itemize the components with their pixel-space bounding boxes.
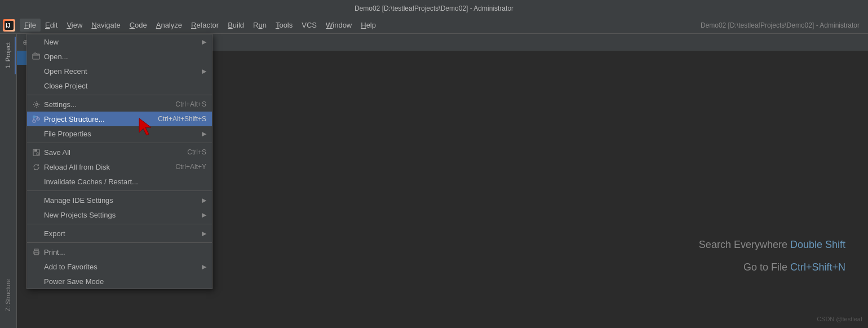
menu-item-power-save-mode[interactable]: Power Save Mode	[27, 274, 212, 289]
print-icon	[32, 247, 41, 256]
separator-3	[27, 190, 212, 191]
settings-icon	[32, 100, 41, 109]
menu-item-reload-all-label: Reload All from Disk	[44, 163, 164, 171]
export-arrow-icon: ▶	[202, 230, 206, 237]
menu-item-open[interactable]: Open...	[27, 49, 212, 64]
menu-vcs[interactable]: VCS	[297, 19, 321, 32]
menu-item-save-all-shortcut: Ctrl+S	[187, 148, 206, 156]
menu-item-new[interactable]: New ▶	[27, 34, 212, 49]
menu-file[interactable]: File	[20, 19, 41, 32]
svg-rect-12	[37, 153, 39, 155]
file-dropdown: New ▶ Open... Open Recent ▶ Close Projec…	[26, 34, 212, 289]
menu-item-file-properties-label: File Properties	[44, 130, 202, 138]
menu-item-add-to-favorites-label: Add to Favorites	[44, 263, 202, 271]
reload-icon	[32, 162, 41, 171]
menu-item-settings[interactable]: Settings... Ctrl+Alt+S	[27, 97, 212, 112]
menu-item-print[interactable]: Print...	[27, 245, 212, 259]
menu-item-project-structure-label: Project Structure...	[44, 115, 147, 123]
title-bar: Demo02 [D:\testleafProjects\Demo02] - Ad…	[0, 0, 868, 17]
app-logo: IJ	[3, 19, 15, 32]
menu-edit[interactable]: Edit	[41, 19, 62, 32]
sidebar-tab-project[interactable]: 1: Project	[1, 37, 16, 74]
menu-item-power-save-mode-label: Power Save Mode	[44, 277, 206, 286]
separator-4	[27, 224, 212, 224]
info-panel: Search Everywhere Double Shift Go to Fil…	[699, 238, 845, 283]
svg-rect-14	[34, 249, 38, 251]
power-save-icon	[32, 277, 41, 286]
goto-file-hint: Go to File Ctrl+Shift+N	[699, 260, 845, 274]
goto-file-shortcut: Ctrl+Shift+N	[790, 261, 845, 273]
menu-item-open-recent-label: Open Recent	[44, 67, 202, 76]
menu-item-new-projects-settings-label: New Projects Settings	[44, 211, 202, 219]
menu-item-new-label: New	[44, 38, 202, 46]
menu-item-settings-shortcut: Ctrl+Alt+S	[175, 100, 206, 108]
menu-item-new-projects-settings[interactable]: New Projects Settings ▶	[27, 207, 212, 222]
separator-5	[27, 242, 212, 243]
menu-item-close-project[interactable]: Close Project	[27, 78, 212, 93]
svg-rect-11	[34, 149, 37, 152]
menu-item-settings-label: Settings...	[44, 100, 164, 109]
search-everywhere-label: Search Everywhere	[699, 239, 790, 250]
menu-window[interactable]: Window	[321, 19, 356, 32]
menu-bar: IJ File Edit View Navigate Code Analyze …	[0, 17, 868, 34]
export-icon	[32, 229, 41, 238]
menu-navigate[interactable]: Navigate	[87, 19, 125, 32]
menu-item-export[interactable]: Export ▶	[27, 226, 212, 241]
menu-item-open-label: Open...	[44, 52, 206, 61]
svg-rect-2	[33, 54, 39, 59]
manage-ide-arrow-icon: ▶	[202, 197, 206, 204]
menu-item-invalidate-caches-label: Invalidate Caches / Restart...	[44, 178, 206, 186]
menu-item-export-label: Export	[44, 229, 202, 238]
file-properties-arrow-icon: ▶	[202, 130, 206, 138]
window-title: Demo02 [D:\testleafProjects\Demo02] - Ad…	[701, 21, 860, 29]
menu-item-project-structure-shortcut: Ctrl+Alt+Shift+S	[158, 115, 206, 123]
menu-view[interactable]: View	[62, 19, 87, 32]
add-to-favorites-icon	[32, 262, 41, 271]
menu-item-invalidate-caches[interactable]: Invalidate Caches / Restart...	[27, 174, 212, 189]
new-arrow-icon: ▶	[202, 38, 206, 46]
menu-item-print-label: Print...	[44, 248, 206, 256]
open-recent-icon	[32, 67, 41, 76]
open-icon	[32, 52, 41, 61]
title-bar-title: Demo02 [D:\testleafProjects\Demo02] - Ad…	[355, 5, 513, 12]
menu-item-add-to-favorites[interactable]: Add to Favorites ▶	[27, 259, 212, 274]
project-structure-icon	[32, 114, 41, 123]
new-icon	[32, 37, 41, 46]
new-projects-settings-arrow-icon: ▶	[202, 211, 206, 219]
menu-item-file-properties[interactable]: File Properties ▶	[27, 126, 212, 141]
menu-help[interactable]: Help	[356, 19, 380, 32]
menu-item-open-recent[interactable]: Open Recent ▶	[27, 64, 212, 78]
menu-code[interactable]: Code	[125, 19, 152, 32]
menu-build[interactable]: Build	[223, 19, 249, 32]
sidebar: 1: Project Z: Structure	[0, 34, 17, 328]
search-everywhere-hint: Search Everywhere Double Shift	[699, 238, 845, 252]
menu-item-reload-all[interactable]: Reload All from Disk Ctrl+Alt+Y	[27, 159, 212, 174]
menu-analyze[interactable]: Analyze	[152, 19, 187, 32]
manage-ide-icon	[32, 196, 41, 205]
search-everywhere-shortcut: Double Shift	[790, 239, 845, 250]
new-projects-settings-icon	[32, 210, 41, 219]
menu-item-project-structure[interactable]: Project Structure... Ctrl+Alt+Shift+S	[27, 112, 212, 126]
svg-rect-4	[33, 116, 36, 118]
menu-item-save-all-label: Save All	[44, 148, 176, 157]
svg-rect-5	[33, 120, 36, 122]
svg-point-3	[35, 103, 37, 105]
invalidate-icon	[32, 177, 41, 186]
add-to-favorites-arrow-icon: ▶	[202, 263, 206, 271]
menu-item-close-project-label: Close Project	[44, 82, 206, 90]
goto-file-label: Go to File	[743, 261, 790, 273]
close-project-icon	[32, 81, 41, 90]
menu-item-manage-ide-label: Manage IDE Settings	[44, 196, 202, 205]
open-recent-arrow-icon: ▶	[202, 68, 206, 75]
sidebar-tab-structure[interactable]: Z: Structure	[1, 273, 16, 317]
file-properties-icon	[32, 129, 41, 138]
menu-refactor[interactable]: Refactor	[187, 19, 223, 32]
separator-1	[27, 95, 212, 95]
menu-run[interactable]: Run	[249, 19, 271, 32]
menu-item-save-all[interactable]: Save All Ctrl+S	[27, 145, 212, 159]
menu-item-manage-ide[interactable]: Manage IDE Settings ▶	[27, 193, 212, 207]
menu-tools[interactable]: Tools	[271, 19, 297, 32]
separator-2	[27, 143, 212, 143]
watermark: CSDN @testleaf	[817, 316, 862, 322]
menu-item-reload-all-shortcut: Ctrl+Alt+Y	[175, 163, 206, 171]
